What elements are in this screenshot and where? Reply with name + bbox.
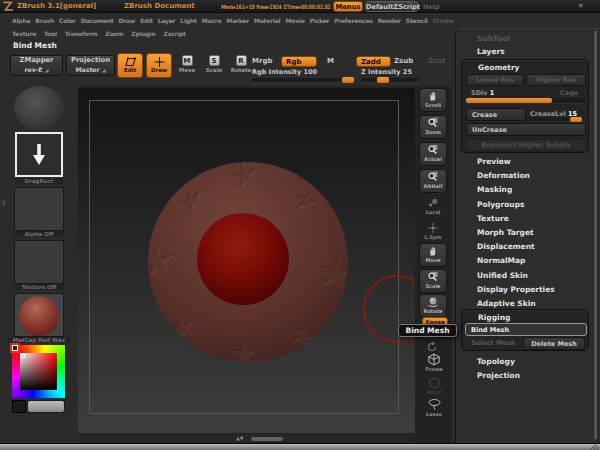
layers-section[interactable]: Layers xyxy=(477,47,505,56)
tool-preview[interactable] xyxy=(14,86,64,130)
select-mesh-button[interactable]: Select Mesh xyxy=(471,339,515,347)
scroll-arrows[interactable]: ▲▼ xyxy=(236,435,244,441)
shelf-local-button[interactable]: Local xyxy=(419,197,447,215)
document-canvas[interactable]: ★★★★★★★★ xyxy=(78,88,415,433)
menu-brush[interactable]: Brush xyxy=(35,17,54,24)
shelf-move-button[interactable]: Move xyxy=(419,243,447,267)
subtool-section[interactable]: SubTool xyxy=(477,34,510,43)
delete-mesh-button[interactable]: Delete Mesh xyxy=(523,337,585,350)
menus-button[interactable]: Menus xyxy=(333,1,363,12)
scale-button[interactable]: S Scale xyxy=(202,55,226,73)
secondary-color-swatch[interactable] xyxy=(12,400,26,413)
reproject-button[interactable]: Reproject Higher Subdiv xyxy=(466,139,586,151)
geometry-title[interactable]: Geometry xyxy=(478,63,519,72)
rotate-button[interactable]: R Rotate xyxy=(229,55,253,73)
menu-edit[interactable]: Edit xyxy=(140,17,153,24)
edit-button[interactable]: Edit xyxy=(117,53,143,78)
creaselvl-thumb[interactable] xyxy=(570,117,582,122)
panel-item-polygroups[interactable]: Polygroups xyxy=(477,200,555,214)
close-icon[interactable]: ✕ xyxy=(578,2,584,10)
menu-stroke[interactable]: Stroke xyxy=(433,17,454,24)
panel-item-preview[interactable]: Preview xyxy=(477,157,555,171)
color-picker[interactable] xyxy=(12,345,65,398)
help-button[interactable]: Help xyxy=(423,3,440,11)
color-sv-square[interactable] xyxy=(20,353,57,390)
panel-item-displacement[interactable]: Displacement xyxy=(477,242,555,256)
menu-preferences[interactable]: Preferences xyxy=(334,17,372,24)
panel-item-topology[interactable]: Topology xyxy=(477,357,520,371)
scrollbar-thumb[interactable] xyxy=(251,437,283,441)
shelf-label: Zoom xyxy=(425,129,441,135)
rgb-intensity-slider[interactable] xyxy=(252,78,353,82)
panel-item-unified-skin[interactable]: Unified Skin xyxy=(477,271,555,285)
zcut-button[interactable]: Zcut xyxy=(428,57,446,65)
zadd-button[interactable]: Zadd xyxy=(356,56,391,67)
rgb-button[interactable]: Rgb xyxy=(281,56,317,67)
z-intensity-slider[interactable] xyxy=(361,78,419,82)
menu-stencil[interactable]: Stencil xyxy=(406,17,428,24)
lasso-button[interactable]: Lasso xyxy=(420,398,448,417)
mrgb-button[interactable]: Mrgb xyxy=(252,57,272,65)
menu-zscript[interactable]: Zscript xyxy=(164,30,186,37)
menu-render[interactable]: Render xyxy=(378,17,401,24)
spin-icon[interactable] xyxy=(426,341,438,353)
panel-item-texture[interactable]: Texture xyxy=(477,214,555,228)
shelf-actual-button[interactable]: Actual xyxy=(419,142,447,166)
alpha-thumbnail[interactable] xyxy=(14,187,64,231)
menu-tool[interactable]: Tool xyxy=(44,30,57,37)
menu-material[interactable]: Material xyxy=(254,17,280,24)
panel-item-projection[interactable]: Projection xyxy=(477,371,520,385)
crease-button[interactable]: Crease xyxy=(466,108,526,121)
m-button[interactable]: M xyxy=(327,57,334,65)
zmapper-button[interactable]: ZMapper rev-E ◢ xyxy=(10,55,63,76)
panel-item-display-properties[interactable]: Display Properties xyxy=(477,285,555,299)
tray-divider-handle[interactable] xyxy=(0,198,6,208)
lower-res-button[interactable]: Lower Res xyxy=(466,74,524,86)
menu-transform[interactable]: Transform xyxy=(65,30,97,37)
rigging-title[interactable]: Rigging xyxy=(478,313,510,322)
menu-document[interactable]: Document xyxy=(81,17,114,24)
texture-thumbnail[interactable] xyxy=(14,240,64,284)
stroke-thumbnail[interactable] xyxy=(15,132,63,177)
shelf-aahalf-button[interactable]: AAHalf xyxy=(419,169,447,193)
frame-button[interactable]: Frame xyxy=(420,353,448,372)
bind-mesh-button[interactable]: Bind Mesh xyxy=(465,323,587,336)
uncrease-button[interactable]: UnCrease xyxy=(466,123,586,136)
left-tray: DragRect Alpha Off Texture Off MatCap Re… xyxy=(0,86,77,443)
menu-draw[interactable]: Draw xyxy=(118,17,135,24)
menu-zoom[interactable]: Zoom xyxy=(105,30,123,37)
shelf-zoom-button[interactable]: Zoom xyxy=(419,115,447,139)
higher-res-button[interactable]: Higher Res xyxy=(526,74,586,86)
resize-grip[interactable] xyxy=(589,444,599,450)
switch-color-bar[interactable] xyxy=(27,400,65,413)
menu-color[interactable]: Color xyxy=(59,17,76,24)
panel-scrollbar[interactable] xyxy=(594,31,597,439)
menu-zplugin[interactable]: Zplugin xyxy=(131,30,155,37)
menu-layer[interactable]: Layer xyxy=(158,17,176,24)
menu-marker[interactable]: Marker xyxy=(226,17,249,24)
menu-movie[interactable]: Movie xyxy=(285,17,304,24)
shelf-rotate-button[interactable]: Rotate xyxy=(419,294,447,318)
zsub-button[interactable]: Zsub xyxy=(394,57,413,65)
menu-light[interactable]: Light xyxy=(180,17,196,24)
menu-picker[interactable]: Picker xyxy=(310,17,330,24)
rgb-intensity-thumb[interactable] xyxy=(342,77,354,83)
draw-button[interactable]: Draw xyxy=(146,53,172,78)
panel-item-deformation[interactable]: Deformation xyxy=(477,171,555,185)
polyf-button[interactable]: Polyf xyxy=(420,377,448,395)
menu-macro[interactable]: Macro xyxy=(202,17,222,24)
menu-texture[interactable]: Texture xyxy=(12,30,36,37)
menu-alpha[interactable]: Alpha xyxy=(12,17,30,24)
move-button[interactable]: M Move xyxy=(175,55,199,73)
material-thumbnail[interactable] xyxy=(14,293,64,337)
shelf-scroll-button[interactable]: Scroll xyxy=(419,88,447,112)
default-zscript-button[interactable]: DefaultZScript xyxy=(365,1,418,12)
projection-master-button[interactable]: Projection Master ◢ xyxy=(66,55,115,76)
z-intensity-thumb[interactable] xyxy=(377,77,389,83)
panel-item-normalmap[interactable]: NormalMap xyxy=(477,256,555,270)
shelf-lsym-button[interactable]: L.Sym xyxy=(419,222,447,240)
shelf-scale-button[interactable]: Scale xyxy=(419,269,447,293)
panel-item-morph-target[interactable]: Morph Target xyxy=(477,228,555,242)
sdiv-slider[interactable] xyxy=(466,98,586,103)
panel-item-masking[interactable]: Masking xyxy=(477,185,555,199)
